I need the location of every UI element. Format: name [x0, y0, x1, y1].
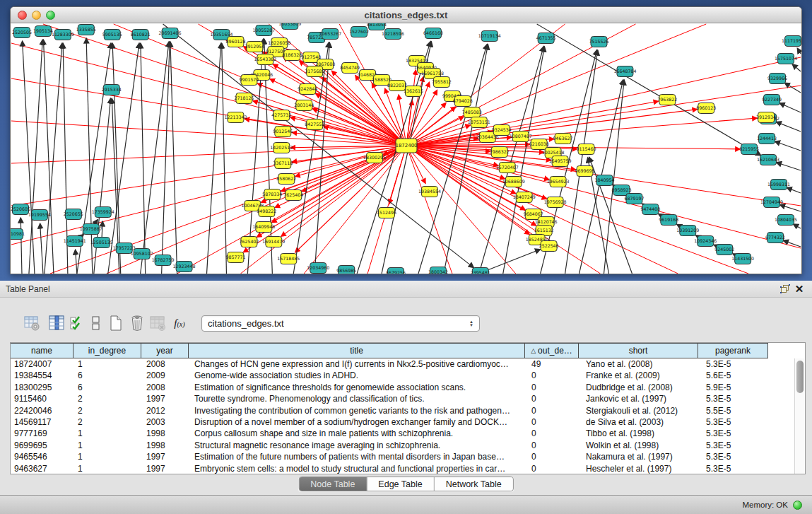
graph-node-yellow[interactable]: 16914479 [262, 237, 285, 247]
scrollbar-thumb[interactable] [796, 361, 804, 393]
graph-node-yellow[interactable]: 2522546 [539, 241, 559, 252]
table-row[interactable]: 1830029562008Estimation of significance … [11, 382, 805, 393]
graph-node-yellow[interactable]: 9115460 [577, 144, 596, 155]
graph-node-teal[interactable]: 6774322 [765, 233, 785, 243]
table-cell[interactable]: 2 [74, 405, 143, 416]
graph-node-yellow[interactable]: 9857771 [225, 252, 245, 263]
graph-node-teal[interactable]: 10958107 [131, 249, 153, 259]
graph-node-teal[interactable]: 2395481 [471, 268, 490, 275]
graph-node-yellow[interactable]: 7986322 [490, 147, 510, 158]
table-cell[interactable]: Structural magnetic resonance image aver… [191, 440, 528, 451]
row-height-icon[interactable] [86, 313, 106, 333]
graph-edge[interactable] [162, 42, 170, 274]
graph-node-teal[interactable]: 8610821 [131, 30, 151, 40]
graph-node-teal[interactable]: 16033809 [278, 23, 301, 30]
graph-edge[interactable] [406, 146, 452, 274]
table-cell[interactable]: 0 [528, 416, 582, 428]
graph-node-teal[interactable]: 10653267 [319, 29, 341, 40]
graph-node-yellow[interactable]: 14202512 [270, 143, 293, 153]
table-cell[interactable]: Estimation of significance thresholds fo… [191, 382, 528, 393]
table-cell[interactable]: 6 [74, 370, 143, 381]
graph-edge[interactable] [793, 224, 801, 228]
graph-node-teal[interactable]: 12505135 [90, 238, 113, 248]
graph-node-teal[interactable]: 10719134 [478, 31, 501, 42]
table-select-dropdown[interactable]: citations_edges.txt ▲▼ [201, 315, 480, 332]
graph-edge[interactable] [20, 218, 22, 274]
graph-node-yellow[interactable]: 10688609 [502, 177, 525, 187]
graph-node-teal[interactable]: 8679256 [386, 268, 406, 275]
table-cell[interactable]: 1 [74, 451, 143, 462]
graph-node-teal[interactable]: 1244413 [757, 134, 777, 144]
table-cell[interactable]: 19384554 [11, 370, 74, 381]
table-row[interactable]: 1872400712008Changes of HCN gene express… [11, 358, 805, 370]
graph-edge[interactable] [406, 70, 416, 146]
table-cell[interactable]: 5.3E-5 [702, 451, 773, 462]
table-cell[interactable]: 5.3E-5 [702, 463, 773, 474]
graph-node-yellow[interactable]: 7963822 [657, 95, 677, 105]
table-cell[interactable]: 0 [528, 382, 582, 393]
graph-node-yellow[interactable]: 19756928 [544, 197, 567, 208]
graph-node-yellow[interactable]: 19384554 [418, 187, 441, 197]
graph-node-teal[interactable]: 12923448 [173, 262, 196, 272]
table-cell[interactable]: 0 [528, 405, 582, 416]
table-row[interactable]: 946362711997Embryonic stem cells: a mode… [11, 463, 805, 474]
table-cell[interactable]: 2008 [143, 358, 191, 370]
graph-node-yellow[interactable]: 5878334 [262, 189, 282, 200]
graph-node-teal[interactable]: 8610981 [11, 229, 25, 240]
graph-node-yellow[interactable]: 8186328 [282, 50, 302, 61]
table-row[interactable]: 977716911998Corpus callosum shape and si… [11, 428, 805, 439]
graph-node-teal[interactable]: 1527602 [349, 27, 369, 37]
select-columns-icon[interactable] [67, 313, 87, 333]
graph-edge[interactable] [779, 205, 801, 211]
graph-edge[interactable] [776, 122, 801, 132]
graph-node-teal[interactable]: 1800342 [428, 267, 448, 275]
close-panel-icon[interactable]: ✕ [792, 283, 806, 296]
table-scrollbar[interactable] [794, 358, 805, 474]
close-window-button[interactable] [18, 11, 27, 20]
graph-node-teal[interactable]: 10804035 [775, 215, 797, 226]
table-cell[interactable]: Stergiakouli et al. (2012) [582, 405, 702, 416]
graph-node-yellow[interactable]: 3175685 [305, 66, 324, 77]
graph-node-yellow[interactable]: 8960128 [225, 37, 245, 47]
column-header-in_degree[interactable]: in_degree [73, 343, 141, 358]
graph-node-yellow[interactable]: 8960123 [696, 103, 716, 114]
graph-node-yellow[interactable]: 15720407 [496, 163, 519, 173]
table-cell[interactable]: 5.9E-5 [702, 382, 773, 393]
table-cell[interactable]: 9465546 [11, 451, 74, 462]
graph-node-teal[interactable]: 19218596 [382, 29, 404, 40]
table-cell[interactable]: Tibbo et al. (1998) [582, 428, 702, 439]
graph-edge[interactable] [76, 250, 77, 274]
graph-node-yellow[interactable]: 3912934 [756, 112, 776, 123]
graph-node-teal[interactable]: 8813054 [367, 23, 387, 30]
graph-node-teal[interactable]: 15751074 [775, 54, 797, 64]
graph-node-teal[interactable]: 12704949 [760, 197, 783, 208]
graph-node-teal[interactable]: 9329966 [767, 74, 787, 84]
graph-edge[interactable] [589, 157, 632, 274]
table-cell[interactable]: 5.5E-5 [702, 405, 773, 416]
graph-node-yellow[interactable]: 9242844 [298, 84, 317, 95]
table-cell[interactable]: 1 [74, 463, 143, 474]
graph-node-teal[interactable]: 5905135 [102, 30, 122, 40]
graph-edge[interactable] [43, 24, 406, 146]
graph-node-yellow[interactable]: 9012546 [273, 127, 293, 137]
table-cell[interactable]: 0 [528, 428, 582, 439]
tab-network-table[interactable]: Network Table [435, 477, 513, 491]
graph-node-yellow[interactable]: 7485083 [462, 107, 482, 118]
column-header-name[interactable]: name [10, 343, 73, 358]
table-cell[interactable]: Nakamura et al. (1997) [582, 451, 702, 462]
network-canvas[interactable]: 2520505190513411283309133585559051358610… [11, 23, 801, 274]
graph-node-teal[interactable]: 2520605 [11, 204, 30, 215]
graph-edge[interactable] [281, 146, 406, 192]
table-cell[interactable]: 1997 [143, 393, 191, 404]
graph-node-yellow[interactable]: 9699695 [575, 166, 595, 177]
table-cell[interactable]: 5.3E-5 [702, 428, 773, 439]
graph-node-teal[interactable]: 10924346 [694, 236, 717, 247]
graph-node-yellow[interactable]: 4275732 [271, 110, 291, 121]
table-cell[interactable]: Yano et al. (2008) [582, 358, 702, 370]
graph-node-yellow[interactable]: 1362615 [404, 86, 423, 97]
table-cell[interactable]: 5.6E-5 [702, 370, 773, 381]
table-cell[interactable]: 1997 [143, 463, 191, 474]
graph-node-teal[interactable]: 15998311 [767, 180, 790, 190]
graph-edge[interactable] [207, 43, 221, 274]
graph-node-teal[interactable]: 6466160 [423, 28, 443, 39]
